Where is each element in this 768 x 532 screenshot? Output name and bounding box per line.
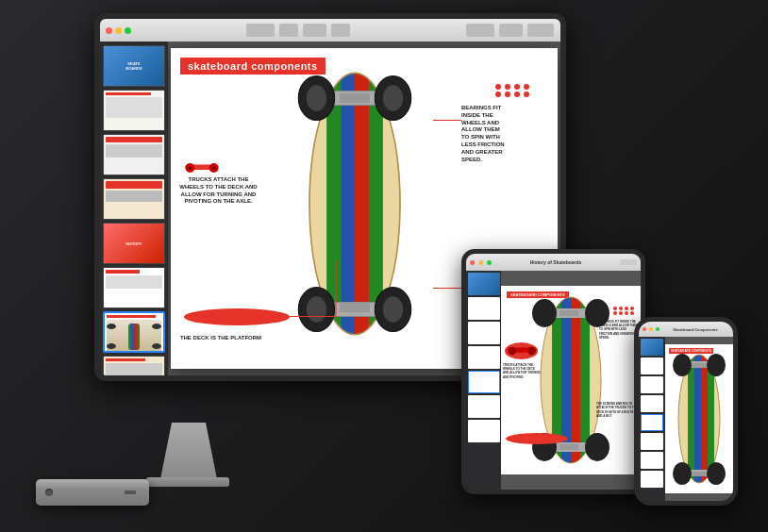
toolbar-add-btn[interactable]	[246, 24, 275, 37]
svg-point-41	[526, 347, 535, 356]
ipad-screws-annotation: THE SCREWS AND BOLTS ATTACH THE TRUCKS T…	[596, 402, 639, 418]
close-button[interactable]	[106, 27, 112, 34]
ipad-thumb-2[interactable]	[468, 297, 500, 320]
iphone-canvas-area: SKATEBOARD COMPONENTS	[665, 337, 733, 501]
ipad-title: History of Skateboards	[493, 259, 618, 265]
ipad-thumb-3[interactable]	[468, 322, 500, 344]
svg-point-11	[383, 85, 403, 111]
deck-connector	[290, 316, 335, 317]
iphone-close-btn[interactable]	[643, 327, 646, 331]
slide-thumb-5[interactable]: HISTORY	[103, 223, 165, 264]
svg-point-54	[707, 462, 726, 485]
iphone-body: SKATEBOARD COMPONENTS	[639, 337, 733, 501]
keynote-toolbar	[100, 19, 560, 42]
deck-oval	[184, 308, 290, 325]
ipad-deck-oval	[506, 433, 568, 444]
iphone-thumb-6[interactable]	[641, 433, 663, 450]
ipad-thumb-4[interactable]	[468, 346, 500, 369]
svg-point-16	[383, 296, 403, 323]
truck-annotation: TRUCKS ATTACH THE WHEELS TO THE DECK AND…	[178, 161, 259, 206]
toolbar-share-btn[interactable]	[331, 24, 350, 37]
ipad-slides	[466, 271, 501, 490]
ipad-bearing-dots	[613, 307, 635, 315]
svg-rect-38	[559, 444, 578, 450]
ipad-body: SKATEBOARD COMPONENTS	[466, 271, 641, 490]
ipad-canvas-area: SKATEBOARD COMPONENTS	[501, 271, 641, 490]
toolbar-animate-btn[interactable]	[499, 24, 523, 37]
svg-point-32	[532, 299, 557, 327]
ipad-play-btn[interactable]	[620, 259, 637, 265]
svg-point-15	[307, 296, 326, 323]
ipad-truck-annotation: TRUCKS ATTACH THE WHEELS TO THE DECK AND…	[503, 363, 541, 379]
mac-mini	[36, 479, 149, 506]
ipad-thumb-7[interactable]	[468, 420, 500, 442]
ipad-truck-icon	[505, 342, 538, 359]
toolbar-play-btn[interactable]	[303, 24, 326, 37]
svg-point-23	[212, 166, 216, 170]
svg-rect-56	[692, 472, 707, 476]
iphone-slide: SKATEBOARD COMPONENTS	[665, 344, 733, 493]
iphone-thumb-7[interactable]	[641, 452, 663, 469]
iphone-min-btn[interactable]	[649, 327, 653, 331]
toolbar-document-btn[interactable]	[527, 24, 554, 37]
ipad-screen: History of Skateboards SKATEBOARD COMPON…	[466, 254, 641, 490]
slide-thumb-6[interactable]	[103, 267, 165, 308]
slide-thumb-4[interactable]	[103, 178, 165, 220]
iphone-toolbar: Skateboard Components	[639, 322, 733, 337]
deck-annotation: THE DECK IS THE PLATFORM	[178, 335, 263, 342]
ipad-min-btn[interactable]	[478, 260, 483, 265]
svg-rect-17	[340, 93, 370, 104]
svg-point-51	[707, 354, 726, 376]
slide-panel[interactable]: SKATEBOARDS	[100, 42, 168, 375]
slide-thumb-8[interactable]	[103, 356, 165, 375]
svg-point-10	[307, 85, 326, 111]
slide-thumb-1[interactable]: SKATEBOARDS	[103, 45, 165, 87]
svg-point-40	[508, 347, 516, 356]
iphone: Skateboard Components SKATEBOARD COMPONE…	[634, 317, 738, 506]
svg-point-53	[673, 462, 692, 485]
ipad-thumb-1[interactable]	[468, 273, 500, 295]
ipad-close-btn[interactable]	[470, 260, 475, 265]
ipad-thumb-5-active[interactable]	[468, 371, 500, 393]
bearings-dots	[495, 84, 531, 97]
svg-rect-18	[340, 303, 370, 313]
svg-point-50	[673, 354, 692, 376]
bearings-annotation: BEARINGS FIT INSIDE THE WHEELS AND ALLOW…	[461, 105, 556, 163]
ipad-slide: SKATEBOARD COMPONENTS	[501, 286, 641, 474]
monitor-base	[146, 477, 229, 487]
ipad-thumb-6[interactable]	[468, 395, 500, 418]
slide-thumb-3[interactable]	[103, 134, 165, 175]
iphone-screen: Skateboard Components SKATEBOARD COMPONE…	[639, 322, 733, 501]
slide-thumb-7-active[interactable]	[103, 311, 165, 353]
iphone-title: Skateboard Components	[661, 327, 729, 332]
iphone-thumb-4[interactable]	[641, 395, 663, 412]
ipad: History of Skateboards SKATEBOARD COMPON…	[461, 249, 645, 494]
svg-point-22	[188, 166, 192, 170]
ipad-toolbar: History of Skateboards	[466, 254, 641, 271]
minimize-button[interactable]	[115, 27, 122, 34]
svg-rect-37	[559, 310, 578, 316]
svg-point-36	[585, 433, 609, 461]
maximize-button[interactable]	[125, 27, 131, 34]
iphone-thumb-5-active[interactable]	[641, 414, 663, 431]
skateboard-illustration	[242, 53, 468, 355]
screws-connector	[433, 288, 463, 289]
ipad-max-btn[interactable]	[487, 260, 492, 265]
ipad-bearings-annotation: BEARINGS FIT INSIDE THE WHEELS AND ALLOW…	[599, 320, 639, 340]
svg-rect-55	[692, 363, 707, 368]
iphone-thumb-8[interactable]	[641, 471, 663, 488]
toolbar-format-btn[interactable]	[466, 24, 494, 37]
iphone-thumb-1[interactable]	[641, 339, 663, 356]
iphone-thumb-3[interactable]	[641, 376, 663, 393]
iphone-slides	[639, 337, 665, 501]
slide-thumb-2[interactable]	[103, 90, 165, 131]
iphone-skateboard-svg	[665, 344, 733, 493]
bearings-connector	[433, 120, 461, 121]
toolbar-view-btn[interactable]	[279, 24, 298, 37]
iphone-max-btn[interactable]	[656, 327, 659, 331]
iphone-thumb-2[interactable]	[641, 357, 663, 374]
deck-line-v	[336, 260, 337, 317]
